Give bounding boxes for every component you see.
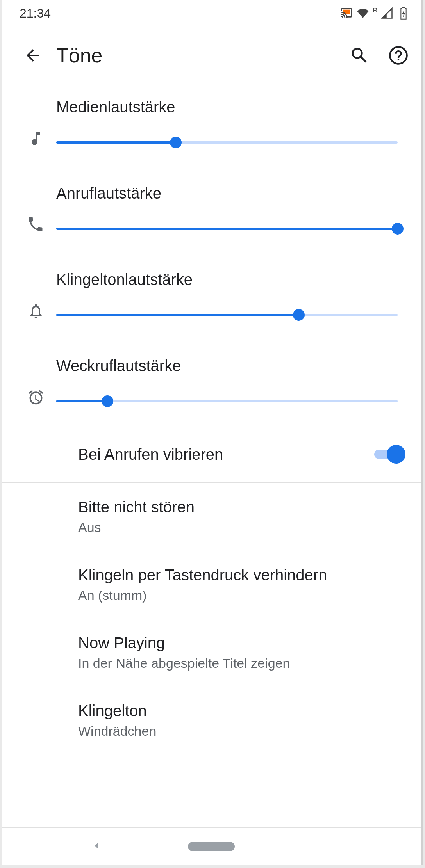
list-item-title: Klingelton [78, 702, 405, 720]
battery-charging-icon [397, 7, 410, 20]
call-volume-row: Anruflautstärke [2, 171, 421, 257]
nav-back-button[interactable] [91, 838, 102, 855]
list-item-sub: In der Nähe abgespielte Titel zeigen [78, 656, 405, 671]
list-item-title: Klingeln per Tastendruck verhindern [78, 566, 405, 584]
nav-home-pill[interactable] [188, 842, 235, 851]
wifi-icon [356, 7, 370, 20]
vibrate-on-call-switch[interactable] [374, 445, 405, 464]
call-volume-slider[interactable] [56, 224, 398, 233]
roaming-indicator: R [373, 7, 377, 14]
vibrate-on-call-label: Bei Anrufen vibrieren [78, 446, 374, 463]
bell-icon [16, 302, 56, 320]
list-item-sub: Windrädchen [78, 724, 405, 739]
now-playing-item[interactable]: Now Playing In der Nähe abgespielte Tite… [2, 619, 421, 687]
chevron-left-icon [91, 838, 102, 854]
alarm-volume-row: Weckruflautstärke [2, 343, 421, 429]
system-nav-bar [2, 827, 421, 865]
search-icon [349, 45, 370, 66]
help-icon [388, 45, 409, 66]
svg-point-1 [390, 47, 407, 64]
vibrate-on-call-row[interactable]: Bei Anrufen vibrieren [2, 429, 421, 483]
media-volume-row: Medienlautstärke [2, 84, 421, 171]
ring-volume-row: Klingeltonlautstärke [2, 257, 421, 343]
status-time: 21:34 [20, 6, 51, 21]
list-item-title: Now Playing [78, 634, 405, 652]
back-button[interactable] [17, 44, 48, 67]
ring-volume-label: Klingeltonlautstärke [56, 271, 398, 288]
do-not-disturb-item[interactable]: Bitte nicht stören Aus [2, 483, 421, 551]
list-item-sub: An (stumm) [78, 588, 405, 603]
svg-rect-0 [343, 10, 350, 14]
status-bar: 21:34 R [2, 0, 421, 27]
cast-icon [340, 7, 353, 20]
list-item-sub: Aus [78, 520, 405, 535]
ring-volume-slider[interactable] [56, 310, 398, 320]
prevent-ring-item[interactable]: Klingeln per Tastendruck verhindern An (… [2, 551, 421, 619]
ringtone-item[interactable]: Klingelton Windrädchen [2, 687, 421, 754]
alarm-volume-label: Weckruflautstärke [56, 357, 398, 375]
page-title: Töne [56, 44, 348, 67]
phone-icon [16, 216, 56, 233]
help-button[interactable] [387, 44, 410, 67]
media-volume-label: Medienlautstärke [56, 98, 398, 116]
search-button[interactable] [348, 44, 371, 67]
arrow-back-icon [23, 46, 42, 65]
media-volume-slider[interactable] [56, 138, 398, 147]
list-item-title: Bitte nicht stören [78, 498, 405, 516]
alarm-icon [16, 389, 56, 406]
app-bar: Töne [2, 27, 421, 84]
signal-icon [380, 7, 394, 20]
call-volume-label: Anruflautstärke [56, 185, 398, 202]
alarm-volume-slider[interactable] [56, 397, 398, 406]
music-note-icon [16, 130, 56, 147]
